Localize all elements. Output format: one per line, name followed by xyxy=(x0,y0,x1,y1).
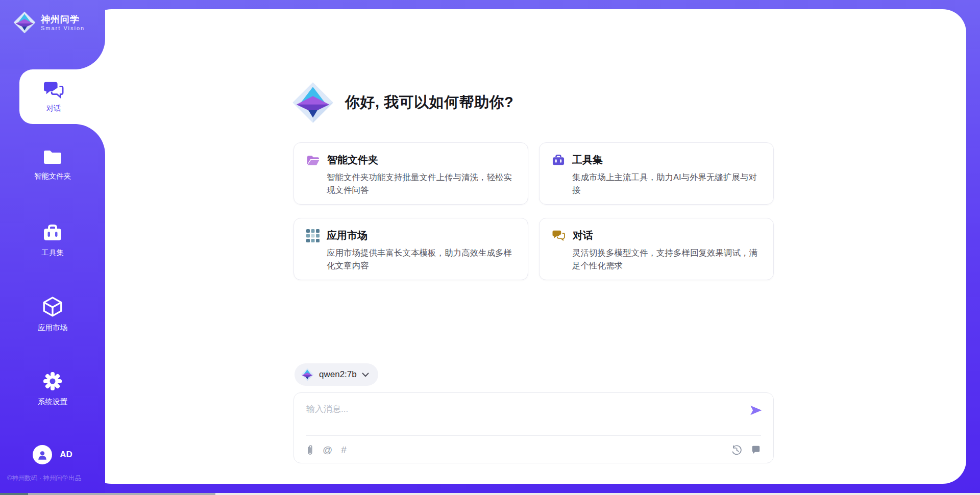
greeting-row: 你好, 我可以如何帮助你? xyxy=(292,82,513,123)
app-window: 神州问学 Smart Vision 对话 智能文件夹 工具集 xyxy=(0,0,980,495)
gear-icon xyxy=(42,371,63,391)
scrollbar-segment xyxy=(0,493,28,495)
horizontal-scrollbar xyxy=(0,493,980,495)
feature-cards: 智能文件夹 智能文件夹功能支持批量文件上传与清洗，轻松实现文件问答 工具集 集成… xyxy=(293,142,774,280)
send-icon xyxy=(749,403,763,417)
sidebar-item-label: 系统设置 xyxy=(38,397,67,407)
model-selector[interactable]: qwen2:7b xyxy=(295,363,378,386)
chat-icon xyxy=(43,81,64,100)
attach-file-button[interactable] xyxy=(306,444,314,456)
topic-button[interactable]: # xyxy=(341,445,347,455)
sidebar-item-label: 智能文件夹 xyxy=(34,171,71,181)
person-icon xyxy=(37,450,48,460)
composer-divider xyxy=(306,435,761,436)
composer-toolbar: @ # xyxy=(306,442,761,458)
sidebar-item-label: 对话 xyxy=(46,104,61,113)
mention-button[interactable]: @ xyxy=(323,445,332,455)
greeting-title: 你好, 我可以如何帮助你? xyxy=(345,92,513,113)
chat-bubble-icon xyxy=(751,445,761,455)
card-description: 智能文件夹功能支持批量文件上传与清洗，轻松实现文件问答 xyxy=(327,171,518,196)
grid-icon xyxy=(306,229,320,242)
brand-diamond-icon xyxy=(13,11,36,34)
card-description: 应用市场提供丰富长文本模板，助力高效生成多样化文章内容 xyxy=(327,246,518,272)
message-input[interactable] xyxy=(306,403,740,431)
assistant-diamond-icon xyxy=(292,82,334,123)
card-chat[interactable]: 对话 灵活切换多模型文件，支持多样回复效果调试，满足个性化需求 xyxy=(539,218,774,280)
history-icon xyxy=(731,445,742,456)
sidebar-item-chat[interactable]: 对话 xyxy=(19,69,91,124)
sidebar-item-settings[interactable]: 系统设置 xyxy=(0,371,105,407)
brand-subtitle: Smart Vision xyxy=(41,25,85,32)
card-title: 智能文件夹 xyxy=(327,153,378,167)
chevron-down-icon xyxy=(362,373,369,377)
sidebar-header-block xyxy=(0,0,105,69)
new-chat-button[interactable] xyxy=(751,445,761,455)
copyright-text: ©神州数码 · 神州问学出品 xyxy=(7,474,81,483)
history-button[interactable] xyxy=(731,445,742,456)
toolbox-icon xyxy=(42,223,63,242)
folder-open-icon xyxy=(306,154,320,166)
chat-icon xyxy=(552,230,566,242)
cube-icon xyxy=(42,296,63,317)
message-composer: @ # xyxy=(293,392,774,463)
avatar xyxy=(33,445,52,464)
folder-icon xyxy=(42,148,63,166)
sidebar-item-app-market[interactable]: 应用市场 xyxy=(0,296,105,333)
send-button[interactable] xyxy=(749,403,763,417)
scrollbar-thumb[interactable] xyxy=(28,493,215,495)
card-title: 对话 xyxy=(573,229,593,242)
sidebar-item-smart-folder[interactable]: 智能文件夹 xyxy=(0,148,105,181)
card-description: 集成市场上主流工具，助力AI与外界无缝扩展与对接 xyxy=(572,171,763,196)
model-diamond-icon xyxy=(301,368,314,381)
brand-logo-lockup: 神州问学 Smart Vision xyxy=(13,11,85,34)
card-title: 应用市场 xyxy=(327,229,368,242)
brand-name: 神州问学 xyxy=(41,14,85,25)
model-name: qwen2:7b xyxy=(319,369,357,380)
user-account[interactable]: AD xyxy=(0,445,105,464)
card-app-market[interactable]: 应用市场 应用市场提供丰富长文本模板，助力高效生成多样化文章内容 xyxy=(293,218,528,280)
sidebar-item-toolbox[interactable]: 工具集 xyxy=(0,223,105,258)
user-initials: AD xyxy=(60,450,72,460)
card-toolbox[interactable]: 工具集 集成市场上主流工具，助力AI与外界无缝扩展与对接 xyxy=(539,142,774,205)
paperclip-icon xyxy=(306,444,314,456)
card-title: 工具集 xyxy=(572,153,603,167)
toolbox-icon xyxy=(552,154,565,166)
card-description: 灵活切换多模型文件，支持多样回复效果调试，满足个性化需求 xyxy=(572,246,763,272)
sidebar-item-label: 应用市场 xyxy=(38,323,67,333)
card-smart-folder[interactable]: 智能文件夹 智能文件夹功能支持批量文件上传与清洗，轻松实现文件问答 xyxy=(293,142,528,205)
sidebar-item-label: 工具集 xyxy=(41,248,64,258)
